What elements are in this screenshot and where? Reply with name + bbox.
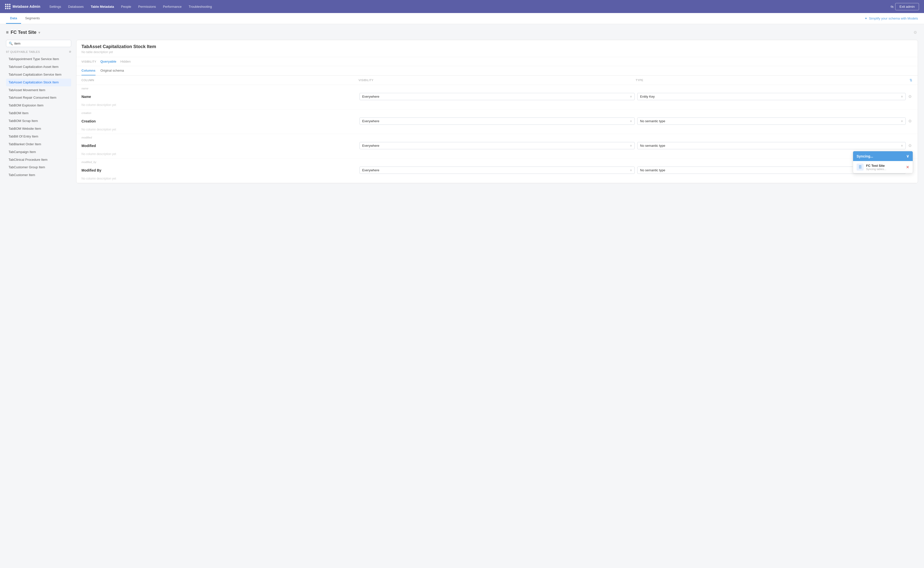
visibility-hidden[interactable]: Hidden [120, 60, 130, 63]
nav-item-table-metadata[interactable]: Table Metadata [88, 3, 117, 10]
column-settings-icon[interactable]: ⚙ [907, 93, 913, 100]
nav-item-permissions[interactable]: Permissions [135, 3, 159, 10]
panel-description: No table description yet [82, 50, 913, 54]
nav-item-performance[interactable]: Performance [160, 3, 185, 10]
visibility-dropdown[interactable]: Everywhere ∨ [359, 93, 635, 100]
column-visibility-cell: Everywhere ∨ [359, 166, 635, 174]
sidebar-item[interactable]: TabBOM Item [6, 109, 71, 117]
column-name: Modified [82, 144, 357, 148]
exit-admin-button[interactable]: Exit admin [895, 3, 919, 10]
columns-header: COLUMN VISIBILITY TYPE ⇅ [76, 76, 918, 85]
sidebar-item[interactable]: TabCampaign Item [6, 148, 71, 156]
type-dropdown[interactable]: Entity Key ∨ [637, 93, 906, 100]
column-group: modified_by Modified By Everywhere ∨ No … [76, 159, 918, 183]
visibility-dropdown[interactable]: Everywhere ∨ [359, 142, 635, 149]
col-header-column: COLUMN [82, 79, 359, 82]
tab-columns[interactable]: Columns [82, 66, 95, 76]
sidebar-item[interactable]: TabBOM Explosion Item [6, 102, 71, 109]
search-input[interactable] [14, 42, 68, 45]
sidebar-item[interactable]: TabBOM Scrap Item [6, 117, 71, 125]
chevron-down-icon: ∨ [630, 144, 632, 147]
column-settings-icon[interactable]: ⚙ [907, 142, 913, 149]
sidebar-item[interactable]: TabAsset Repair Consumed Item [6, 94, 71, 102]
panel-tabs: Columns Original schema [76, 66, 918, 76]
sidebar-item[interactable]: TabCustomer Group Item [6, 163, 71, 171]
column-settings-icon[interactable]: ⚙ [907, 118, 913, 124]
db-icon: ≡ [6, 30, 9, 35]
sync-cancel-icon[interactable]: ✕ [906, 165, 909, 169]
nav-item-people[interactable]: People [118, 3, 134, 10]
sub-nav-tabs: DataSegments [6, 13, 44, 24]
column-name: Name [82, 95, 357, 99]
column-type-cell: No semantic type ∨ ⚙ [637, 142, 913, 149]
column-type-cell: No semantic type ∨ ⚙ [637, 118, 913, 125]
sidebar-item[interactable]: TabBOM Website Item [6, 125, 71, 133]
simplify-models-link[interactable]: ✦ Simplify your schema with Models [865, 17, 918, 20]
column-group: creation Creation Everywhere ∨ No semant… [76, 109, 918, 134]
sidebar-item[interactable]: TabCustomer Item [6, 171, 71, 179]
logo-icon [5, 4, 11, 9]
sidebar-item[interactable]: TabBill Of Entry Item [6, 133, 71, 140]
search-box[interactable]: 🔍 [6, 40, 71, 47]
sync-body: 🗄 FC Test Site Syncing tables... ✕ [853, 161, 913, 173]
type-dropdown[interactable]: No semantic type ∨ [637, 118, 906, 125]
column-row: Modified By Everywhere ∨ No semantic typ… [76, 165, 918, 176]
nav-items: SettingsDatabasesTable MetadataPeoplePer… [46, 3, 889, 10]
type-dropdown[interactable]: No semantic type ∨ [637, 142, 906, 149]
sort-icon[interactable]: ⇅ [909, 78, 913, 82]
sparkle-icon: ✦ [865, 17, 867, 20]
column-type-cell: Entity Key ∨ ⚙ [637, 93, 913, 100]
column-field-label: creation [76, 109, 918, 115]
db-header: ≡ FC Test Site ▾ ⚙ [6, 29, 918, 36]
layout: 🔍 97 QUERYABLE TABLES ⊘ TabAppointment T… [6, 40, 918, 183]
sub-nav: DataSegments ✦ Simplify your schema with… [0, 13, 924, 24]
column-name: Modified By [82, 168, 357, 172]
db-title[interactable]: ≡ FC Test Site ▾ [6, 30, 40, 35]
panel-title: TabAsset Capitalization Stock Item [82, 44, 913, 49]
column-description: No column description yet [76, 102, 918, 109]
column-field-label: modified [76, 134, 918, 140]
column-group: name Name Everywhere ∨ Entity Key ∨ ⚙ [76, 85, 918, 109]
sidebar-item[interactable]: TabAsset Capitalization Asset Item [6, 63, 71, 71]
sidebar-item[interactable]: TabAsset Capitalization Service Item [6, 71, 71, 79]
column-row: Creation Everywhere ∨ No semantic type ∨… [76, 115, 918, 127]
column-row: Modified Everywhere ∨ No semantic type ∨… [76, 140, 918, 151]
visibility-row: VISIBILITY Queryable Hidden [76, 57, 918, 66]
nav-item-troubleshooting[interactable]: Troubleshooting [186, 3, 215, 10]
column-description: No column description yet [76, 176, 918, 183]
chevron-down-icon: ∨ [901, 95, 903, 98]
sync-db-name: FC Test Site [866, 164, 903, 168]
column-row: Name Everywhere ∨ Entity Key ∨ ⚙ [76, 91, 918, 102]
sub-nav-tab-segments[interactable]: Segments [21, 13, 44, 24]
column-name: Creation [82, 119, 357, 123]
sidebar-item[interactable]: TabAsset Capitalization Stock Item [6, 79, 71, 86]
sub-nav-tab-data[interactable]: Data [6, 13, 21, 24]
sync-chevron-icon[interactable]: ∨ [906, 154, 909, 159]
visibility-dropdown[interactable]: Everywhere ∨ [359, 118, 635, 125]
visibility-dropdown[interactable]: Everywhere ∨ [359, 166, 635, 174]
app-name: Metabase Admin [12, 5, 40, 9]
visibility-queryable[interactable]: Queryable [100, 60, 116, 63]
sidebar-items: TabAppointment Type Service ItemTabAsset… [6, 55, 71, 179]
column-group: modified Modified Everywhere ∨ No semant… [76, 134, 918, 159]
search-icon: 🔍 [9, 42, 13, 45]
column-field-label: name [76, 85, 918, 91]
sidebar-item[interactable]: TabBlanket Order Item [6, 140, 71, 148]
visibility-value: Everywhere [362, 119, 380, 123]
col-header-visibility: VISIBILITY [359, 79, 635, 82]
tab-original-schema[interactable]: Original schema [100, 66, 124, 76]
sidebar-item[interactable]: TabAppointment Type Service Item [6, 55, 71, 63]
nav-item-settings[interactable]: Settings [46, 3, 64, 10]
chevron-down-icon: ∨ [901, 119, 903, 123]
sync-db-icon: 🗄 [857, 163, 863, 171]
column-visibility-cell: Everywhere ∨ [359, 93, 635, 100]
sidebar-item[interactable]: TabClinical Procedure Item [6, 156, 71, 164]
nav-item-databases[interactable]: Databases [65, 3, 87, 10]
sidebar-item[interactable]: TabAsset Movement Item [6, 86, 71, 94]
sidebar: 🔍 97 QUERYABLE TABLES ⊘ TabAppointment T… [6, 40, 71, 183]
db-settings-icon[interactable]: ⚙ [912, 29, 918, 36]
eye-off-icon[interactable]: ⊘ [69, 50, 71, 53]
chevron-down-icon: ∨ [901, 144, 903, 147]
store-icon[interactable]: 🛍 [889, 3, 895, 10]
type-value: No semantic type [640, 168, 665, 172]
